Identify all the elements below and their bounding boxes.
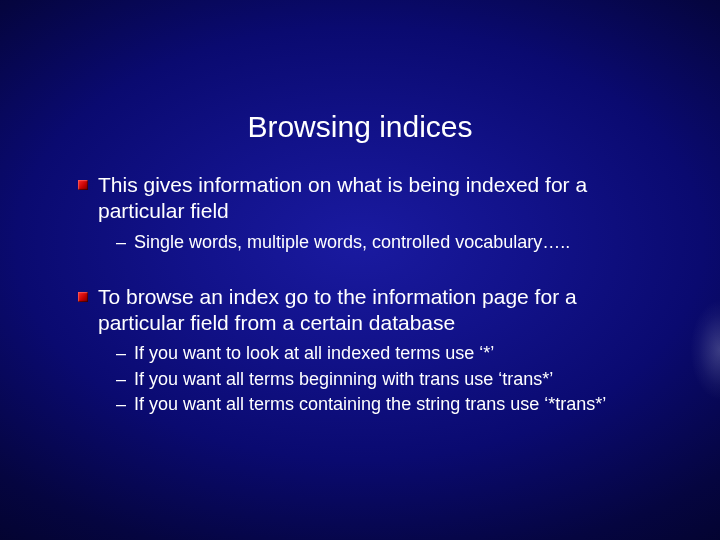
bullet-list: This gives information on what is being … [60,172,660,417]
bullet-text: To browse an index go to the information… [98,285,577,334]
sub-bullet-item: If you want all terms beginning with tra… [116,368,660,391]
sub-bullet-list: Single words, multiple words, controlled… [98,231,660,254]
sub-bullet-list: If you want to look at all indexed terms… [98,342,660,416]
sub-bullet-item: If you want all terms containing the str… [116,393,660,416]
slide: Browsing indices This gives information … [0,0,720,540]
bullet-item: To browse an index go to the information… [78,284,660,417]
sub-bullet-item: If you want to look at all indexed terms… [116,342,660,365]
bullet-text: This gives information on what is being … [98,173,587,222]
bullet-item: This gives information on what is being … [78,172,660,254]
sub-bullet-item: Single words, multiple words, controlled… [116,231,660,254]
page-curl-decoration [690,300,720,400]
spacer [78,258,660,280]
slide-title: Browsing indices [60,110,660,144]
